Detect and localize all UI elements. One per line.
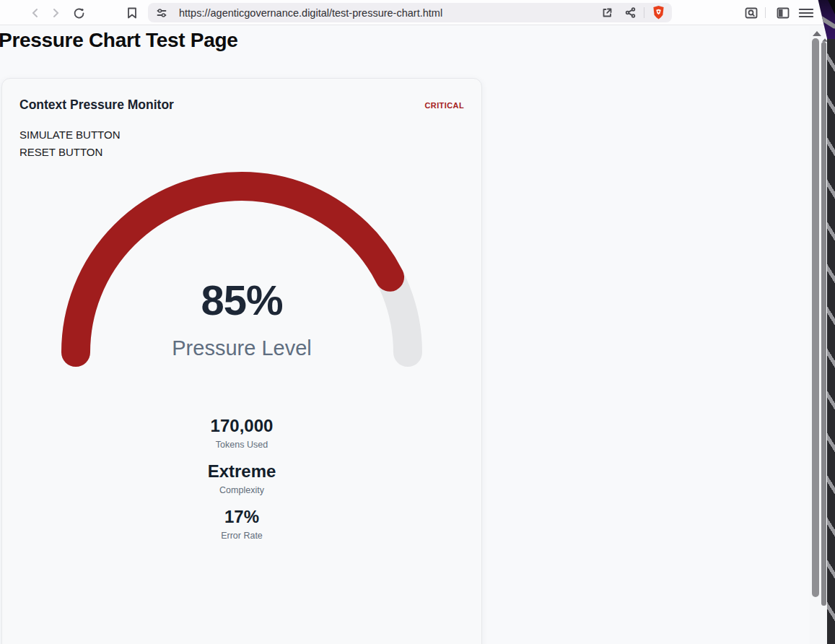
- stat-complexity: Extreme Complexity: [19, 461, 464, 496]
- toolbar-divider: [765, 7, 766, 18]
- gauge-caption: Pressure Level: [47, 336, 437, 360]
- share-icon[interactable]: [622, 5, 638, 21]
- browser-toolbar: https://agenticgovernance.digital/test-p…: [0, 0, 835, 25]
- scrollbar-area: [810, 26, 827, 644]
- stats-list: 170,000 Tokens Used Extreme Complexity 1…: [19, 415, 464, 541]
- stat-value: 170,000: [19, 415, 464, 437]
- reload-icon[interactable]: [71, 5, 87, 21]
- search-tab-icon[interactable]: [743, 5, 759, 21]
- back-icon[interactable]: [27, 5, 43, 21]
- stat-value: 17%: [19, 506, 464, 528]
- gauge-arc-track: [76, 186, 408, 352]
- scrollbar-thumb[interactable]: [812, 38, 819, 597]
- sidebar-toggle-icon[interactable]: [775, 5, 791, 21]
- url-text[interactable]: https://agenticgovernance.digital/test-p…: [179, 7, 595, 19]
- forward-icon[interactable]: [48, 5, 64, 21]
- scroll-up-arrow[interactable]: [813, 31, 821, 36]
- gauge-value: 85%: [47, 276, 437, 324]
- menu-icon[interactable]: [798, 5, 814, 21]
- brave-shield-icon[interactable]: [650, 5, 666, 21]
- pressure-monitor-card: Context Pressure Monitor CRITICAL SIMULA…: [1, 78, 482, 644]
- stat-tokens-used: 170,000 Tokens Used: [19, 415, 464, 451]
- open-in-new-icon[interactable]: [599, 5, 615, 21]
- wallpaper-dark-corner: [825, 0, 835, 14]
- page-title: Pressure Chart Test Page: [0, 29, 238, 52]
- scrollbar-thumb-secondary[interactable]: [821, 42, 826, 606]
- status-badge: CRITICAL: [424, 101, 464, 110]
- simulate-button[interactable]: SIMULATE BUTTON: [19, 126, 464, 144]
- stat-error-rate: 17% Error Rate: [19, 506, 464, 541]
- stat-label: Tokens Used: [19, 439, 464, 451]
- site-settings-icon[interactable]: [154, 5, 170, 21]
- gauge-arc-fill: [76, 186, 408, 352]
- stat-value: Extreme: [19, 461, 464, 482]
- stat-label: Complexity: [19, 484, 464, 496]
- urlbar-divider: [644, 7, 644, 18]
- stat-label: Error Rate: [19, 530, 464, 541]
- page-content: Pressure Chart Test Page Context Pressur…: [0, 26, 827, 644]
- bookmark-icon[interactable]: [124, 5, 140, 21]
- card-title: Context Pressure Monitor: [19, 97, 174, 113]
- url-bar[interactable]: https://agenticgovernance.digital/test-p…: [148, 3, 672, 22]
- reset-button[interactable]: RESET BUTTON: [19, 144, 464, 161]
- desktop-wallpaper-strip: [827, 0, 835, 644]
- pressure-gauge: 85% Pressure Level: [47, 170, 437, 367]
